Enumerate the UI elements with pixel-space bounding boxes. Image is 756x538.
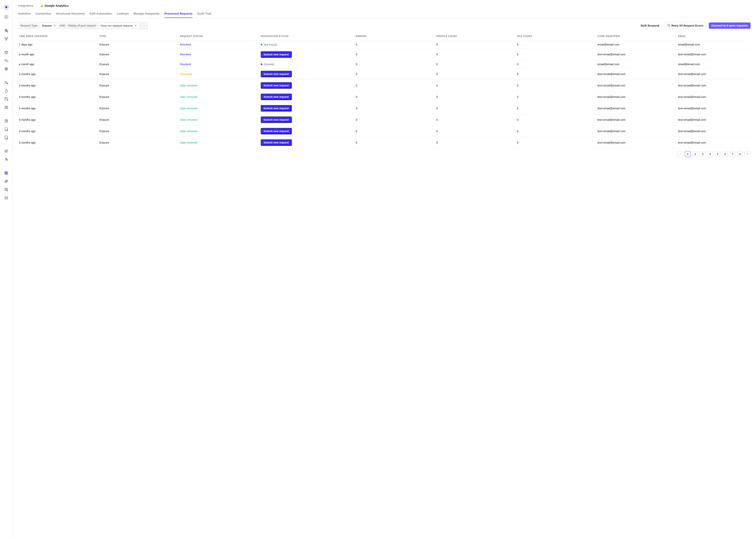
- retry-errors-button[interactable]: Retry All Request Errors: [664, 22, 706, 29]
- integrations-icon[interactable]: [3, 169, 10, 177]
- id-card-icon[interactable]: [3, 104, 10, 111]
- tab-lookups[interactable]: Lookups: [117, 11, 129, 18]
- breadcrumb-current: Google Analytics: [40, 4, 69, 7]
- svg-point-17: [7, 130, 8, 131]
- tab-manage-datapoints[interactable]: Manage Datapoints: [133, 11, 160, 18]
- code-box-icon[interactable]: [3, 194, 10, 201]
- filter-chip-erasure[interactable]: Erasure ✕: [40, 23, 58, 28]
- submit-new-request-button[interactable]: Submit new request: [261, 71, 292, 77]
- integration-status: Queued...: [261, 63, 276, 66]
- status-dot-icon: [261, 63, 262, 65]
- col-type[interactable]: TYPE: [99, 33, 179, 40]
- table-row[interactable]: 3 months agoErasureData removedSubmit ne…: [18, 114, 750, 126]
- cubes-icon[interactable]: [3, 57, 10, 64]
- submit-new-request-button[interactable]: Submit new request: [261, 105, 292, 112]
- svg-rect-23: [6, 172, 8, 173]
- close-icon[interactable]: ✕: [53, 24, 56, 27]
- tab-processed-requests[interactable]: Processed Requests: [165, 11, 193, 18]
- breadcrumb-title: Google Analytics: [44, 4, 69, 7]
- table-row[interactable]: a month agoErasureRevokedQueued...000ema…: [18, 60, 750, 68]
- col-file-count[interactable]: FILE COUNT: [516, 33, 597, 40]
- page-5[interactable]: 5: [715, 151, 721, 157]
- google-analytics-icon: [40, 4, 43, 7]
- compass-icon[interactable]: [3, 147, 10, 155]
- table-row[interactable]: 3 months agoErasureCanceledSubmit new re…: [18, 68, 750, 80]
- page-3[interactable]: 3: [700, 151, 706, 157]
- cube-icon[interactable]: [3, 49, 10, 56]
- tab-audit-trail[interactable]: Audit Trail: [197, 11, 211, 18]
- search-doc-icon[interactable]: [3, 117, 10, 125]
- file-lock-icon[interactable]: [3, 134, 10, 141]
- submit-new-request-button[interactable]: Submit new request: [261, 82, 292, 89]
- file-search-icon[interactable]: [3, 126, 10, 133]
- status-dot-icon: [261, 44, 262, 45]
- page-1[interactable]: 1: [685, 151, 691, 157]
- table-row[interactable]: 3 months agoErasureData removedSubmit ne…: [18, 103, 750, 114]
- submit-new-request-button[interactable]: Submit new request: [261, 93, 292, 100]
- col-request-status[interactable]: REQUEST STATUS: [179, 33, 260, 40]
- table-row[interactable]: 3 months agoErasureData removedSubmit ne…: [18, 126, 750, 137]
- bulk-respond-button[interactable]: Bulk Respond: [638, 23, 662, 29]
- close-icon[interactable]: ✕: [134, 24, 137, 27]
- page-next[interactable]: [745, 151, 750, 157]
- table-row[interactable]: 7 days agoErasureRevokedNot Found000emai…: [18, 40, 750, 49]
- globe-gear-icon[interactable]: [3, 27, 10, 34]
- request-status: Data removed: [180, 141, 197, 144]
- svg-point-11: [5, 97, 7, 99]
- globe-icon[interactable]: [3, 65, 10, 73]
- col-core-identifier[interactable]: CORE IDENTIFIER: [597, 33, 677, 40]
- svg-point-4: [7, 31, 8, 32]
- sliders-icon[interactable]: [3, 156, 10, 163]
- request-status: Canceled: [180, 73, 192, 76]
- submit-new-request-button[interactable]: Submit new request: [261, 51, 292, 58]
- chevron-right-icon: [36, 4, 38, 7]
- database-gear-icon[interactable]: [3, 95, 10, 103]
- page-2[interactable]: 2: [692, 151, 698, 157]
- svg-point-10: [7, 83, 8, 84]
- chip-text: Erasure: [42, 24, 52, 27]
- main-content: Integrations Google Analytics Activities…: [13, 0, 756, 538]
- tab-dsr-automation[interactable]: DSR Automation: [90, 11, 112, 18]
- submit-new-request-button[interactable]: Submit new request: [261, 128, 292, 134]
- table-row[interactable]: 3 months agoErasureData removedSubmit ne…: [18, 91, 750, 103]
- filter-and: AND: [60, 24, 66, 27]
- tab-structured-discovery[interactable]: Structured Discovery: [56, 11, 85, 18]
- col-errors[interactable]: ERRORS: [355, 33, 436, 40]
- connect-requests-button[interactable]: Connect to 0 open requests: [709, 23, 750, 29]
- svg-rect-15: [5, 120, 8, 123]
- network-icon[interactable]: [3, 35, 10, 42]
- svg-point-1: [5, 6, 7, 8]
- submit-new-request-button[interactable]: Submit new request: [261, 139, 292, 146]
- table-add-icon[interactable]: [3, 186, 10, 193]
- page-4[interactable]: 4: [707, 151, 713, 157]
- page-8[interactable]: 8: [737, 151, 743, 157]
- lightning-icon[interactable]: [3, 13, 10, 21]
- logo-icon[interactable]: [3, 4, 10, 11]
- table-row[interactable]: a month agoErasureRevokedSubmit new requ…: [18, 49, 750, 60]
- submit-new-request-button[interactable]: Submit new request: [261, 116, 292, 123]
- col-profile-count[interactable]: PROFILE COUNT: [436, 33, 516, 40]
- tab-connection[interactable]: Connection: [35, 11, 51, 18]
- filter-chip-replay[interactable]: Replay of past request: [67, 24, 96, 27]
- users-gear-icon[interactable]: [3, 79, 10, 86]
- request-status: Revoked: [180, 53, 191, 56]
- svg-point-9: [5, 81, 6, 82]
- thumbs-up-icon[interactable]: [3, 87, 10, 94]
- refresh-icon: [667, 24, 670, 27]
- page-7[interactable]: 7: [730, 151, 735, 157]
- tab-activities[interactable]: Activities: [18, 11, 31, 18]
- breadcrumb-root[interactable]: Integrations: [18, 4, 33, 7]
- page-6[interactable]: 6: [722, 151, 728, 157]
- col-integration-status[interactable]: INTEGRATION STATUS: [260, 33, 355, 40]
- table-row[interactable]: 3 months agoErasureData removedSubmit ne…: [18, 80, 750, 91]
- filter-chip-nonreplayed[interactable]: Show non replayed requests ✕: [98, 23, 139, 28]
- request-status: Data removed: [180, 95, 197, 98]
- add-filter-button[interactable]: [142, 23, 147, 28]
- col-email[interactable]: EMAIL: [677, 33, 750, 40]
- col-time[interactable]: TIME SINCE CREATION: [18, 33, 99, 40]
- table-row[interactable]: 3 months agoErasureData removedSubmit ne…: [18, 137, 750, 148]
- eye-off-icon[interactable]: [3, 178, 10, 185]
- requests-table: TIME SINCE CREATION TYPE REQUEST STATUS …: [18, 33, 750, 148]
- page-prev: [677, 151, 683, 157]
- svg-point-20: [5, 158, 6, 159]
